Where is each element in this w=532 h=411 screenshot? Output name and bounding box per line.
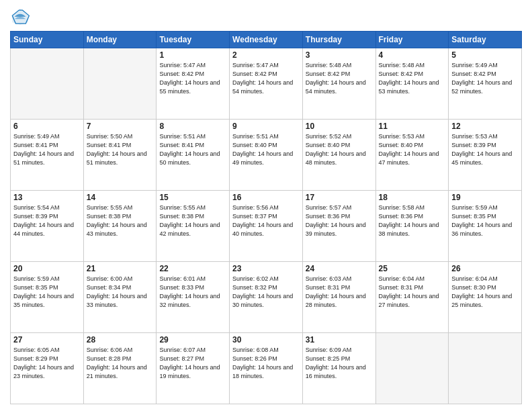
calendar-cell [11,48,84,120]
cell-info: Sunrise: 6:01 AMSunset: 8:33 PMDaylight:… [159,275,226,310]
calendar-cell: 7Sunrise: 5:50 AMSunset: 8:41 PMDaylight… [83,120,157,191]
page: SundayMondayTuesdayWednesdayThursdayFrid… [0,0,532,411]
calendar-cell: 28Sunrise: 6:06 AMSunset: 8:28 PMDayligh… [83,333,157,404]
day-number: 18 [379,193,446,202]
cell-info: Sunrise: 5:56 AMSunset: 8:37 PMDaylight:… [232,203,300,238]
day-number: 6 [13,122,81,131]
cell-info: Sunrise: 5:53 AMSunset: 8:39 PMDaylight:… [451,132,519,167]
calendar-cell: 1Sunrise: 5:47 AMSunset: 8:42 PMDaylight… [157,48,230,120]
calendar-cell [83,48,157,120]
cell-info: Sunrise: 6:07 AMSunset: 8:27 PMDaylight:… [159,346,226,381]
calendar-cell: 3Sunrise: 5:48 AMSunset: 8:42 PMDaylight… [302,48,375,120]
calendar-cell: 15Sunrise: 5:55 AMSunset: 8:38 PMDayligh… [157,191,230,262]
day-header-saturday: Saturday [449,32,522,48]
calendar-week-5: 27Sunrise: 6:05 AMSunset: 8:29 PMDayligh… [11,333,522,404]
cell-info: Sunrise: 5:59 AMSunset: 8:35 PMDaylight:… [451,203,519,238]
calendar-cell: 21Sunrise: 6:00 AMSunset: 8:34 PMDayligh… [83,262,157,333]
calendar-cell: 12Sunrise: 5:53 AMSunset: 8:39 PMDayligh… [449,120,522,191]
logo [10,7,33,27]
calendar-cell: 14Sunrise: 5:55 AMSunset: 8:38 PMDayligh… [83,191,157,262]
day-number: 14 [87,193,154,202]
day-number: 22 [159,264,226,273]
cell-info: Sunrise: 6:04 AMSunset: 8:30 PMDaylight:… [451,275,519,310]
calendar-cell: 6Sunrise: 5:49 AMSunset: 8:41 PMDaylight… [11,120,84,191]
cell-info: Sunrise: 5:50 AMSunset: 8:41 PMDaylight:… [87,132,154,167]
cell-info: Sunrise: 5:52 AMSunset: 8:40 PMDaylight:… [306,132,373,167]
calendar-week-1: 1Sunrise: 5:47 AMSunset: 8:42 PMDaylight… [11,48,522,120]
day-number: 4 [379,50,446,60]
cell-info: Sunrise: 5:49 AMSunset: 8:41 PMDaylight:… [13,132,81,167]
calendar-week-2: 6Sunrise: 5:49 AMSunset: 8:41 PMDaylight… [11,120,522,191]
day-number: 3 [306,50,373,60]
day-number: 28 [87,335,154,345]
calendar-cell: 4Sunrise: 5:48 AMSunset: 8:42 PMDaylight… [375,48,449,120]
day-number: 2 [232,50,300,60]
cell-info: Sunrise: 6:06 AMSunset: 8:28 PMDaylight:… [87,346,154,381]
calendar-cell: 29Sunrise: 6:07 AMSunset: 8:27 PMDayligh… [157,333,230,404]
calendar-table: SundayMondayTuesdayWednesdayThursdayFrid… [10,31,522,404]
calendar-cell: 11Sunrise: 5:53 AMSunset: 8:40 PMDayligh… [375,120,449,191]
cell-info: Sunrise: 6:05 AMSunset: 8:29 PMDaylight:… [13,346,81,381]
cell-info: Sunrise: 6:09 AMSunset: 8:25 PMDaylight:… [306,346,373,381]
day-number: 20 [13,264,81,273]
day-number: 9 [232,122,300,131]
calendar-cell: 16Sunrise: 5:56 AMSunset: 8:37 PMDayligh… [230,191,303,262]
cell-info: Sunrise: 6:00 AMSunset: 8:34 PMDaylight:… [87,275,154,310]
day-number: 23 [232,264,300,273]
calendar-cell: 13Sunrise: 5:54 AMSunset: 8:39 PMDayligh… [11,191,84,262]
day-header-wednesday: Wednesday [230,32,303,48]
calendar-cell: 27Sunrise: 6:05 AMSunset: 8:29 PMDayligh… [11,333,84,404]
cell-info: Sunrise: 5:58 AMSunset: 8:36 PMDaylight:… [379,203,446,238]
calendar-cell: 8Sunrise: 5:51 AMSunset: 8:41 PMDaylight… [157,120,230,191]
calendar-cell: 9Sunrise: 5:51 AMSunset: 8:40 PMDaylight… [230,120,303,191]
day-number: 19 [451,193,519,202]
day-number: 25 [379,264,446,273]
cell-info: Sunrise: 6:03 AMSunset: 8:31 PMDaylight:… [306,275,373,310]
calendar-cell: 26Sunrise: 6:04 AMSunset: 8:30 PMDayligh… [449,262,522,333]
cell-info: Sunrise: 5:57 AMSunset: 8:36 PMDaylight:… [306,203,373,238]
day-header-tuesday: Tuesday [157,32,230,48]
day-header-friday: Friday [375,32,449,48]
cell-info: Sunrise: 5:47 AMSunset: 8:42 PMDaylight:… [159,61,226,96]
day-number: 11 [379,122,446,131]
calendar-cell [375,333,449,404]
calendar-cell: 18Sunrise: 5:58 AMSunset: 8:36 PMDayligh… [375,191,449,262]
day-number: 30 [232,335,300,345]
cell-info: Sunrise: 5:51 AMSunset: 8:40 PMDaylight:… [232,132,300,167]
day-number: 31 [306,335,373,345]
day-header-thursday: Thursday [302,32,375,48]
cell-info: Sunrise: 6:04 AMSunset: 8:31 PMDaylight:… [379,275,446,310]
calendar-cell: 25Sunrise: 6:04 AMSunset: 8:31 PMDayligh… [375,262,449,333]
cell-info: Sunrise: 5:48 AMSunset: 8:42 PMDaylight:… [306,61,373,96]
day-number: 16 [232,193,300,202]
day-number: 17 [306,193,373,202]
calendar-cell: 17Sunrise: 5:57 AMSunset: 8:36 PMDayligh… [302,191,375,262]
day-number: 7 [87,122,154,131]
day-number: 8 [159,122,226,131]
cell-info: Sunrise: 6:02 AMSunset: 8:32 PMDaylight:… [232,275,300,310]
calendar-cell: 2Sunrise: 5:47 AMSunset: 8:42 PMDaylight… [230,48,303,120]
calendar-header-row: SundayMondayTuesdayWednesdayThursdayFrid… [11,32,522,48]
calendar-week-3: 13Sunrise: 5:54 AMSunset: 8:39 PMDayligh… [11,191,522,262]
cell-info: Sunrise: 5:48 AMSunset: 8:42 PMDaylight:… [379,61,446,96]
day-number: 5 [451,50,519,60]
cell-info: Sunrise: 5:51 AMSunset: 8:41 PMDaylight:… [159,132,226,167]
day-number: 1 [159,50,226,60]
header [10,7,522,27]
cell-info: Sunrise: 5:49 AMSunset: 8:42 PMDaylight:… [451,61,519,96]
calendar-cell: 23Sunrise: 6:02 AMSunset: 8:32 PMDayligh… [230,262,303,333]
cell-info: Sunrise: 5:53 AMSunset: 8:40 PMDaylight:… [379,132,446,167]
day-number: 27 [13,335,81,345]
cell-info: Sunrise: 5:47 AMSunset: 8:42 PMDaylight:… [232,61,300,96]
calendar-cell: 31Sunrise: 6:09 AMSunset: 8:25 PMDayligh… [302,333,375,404]
calendar-cell: 22Sunrise: 6:01 AMSunset: 8:33 PMDayligh… [157,262,230,333]
day-number: 29 [159,335,226,345]
cell-info: Sunrise: 5:55 AMSunset: 8:38 PMDaylight:… [87,203,154,238]
calendar-cell: 19Sunrise: 5:59 AMSunset: 8:35 PMDayligh… [449,191,522,262]
cell-info: Sunrise: 5:55 AMSunset: 8:38 PMDaylight:… [159,203,226,238]
day-number: 15 [159,193,226,202]
day-number: 24 [306,264,373,273]
day-number: 26 [451,264,519,273]
cell-info: Sunrise: 6:08 AMSunset: 8:26 PMDaylight:… [232,346,300,381]
logo-icon [10,7,30,27]
